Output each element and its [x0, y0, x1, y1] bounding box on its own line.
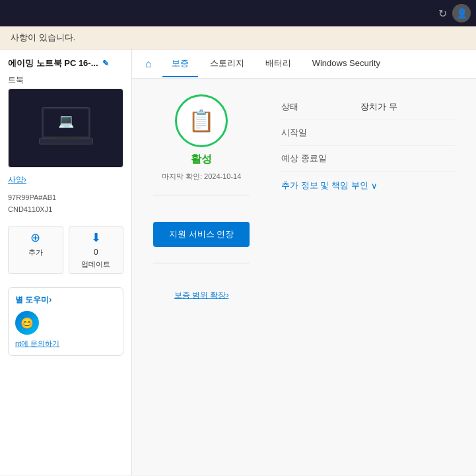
edit-icon[interactable]: ✎ — [102, 59, 109, 68]
update-count: 0 — [94, 248, 98, 257]
tab-bar: ⌂ 보증 스토리지 배터리 Windows Security — [132, 50, 476, 79]
sidebar: 에이밍 노트북 PC 16-... ✎ 트북 💻 사양› 97R99PA#AB1… — [0, 50, 132, 475]
add-button[interactable]: ⊕ 추가 — [8, 226, 63, 274]
warranty-panel: 📋 활성 마지막 확인: 2024-10-14 지원 서비스 연장 보증 범위 … — [132, 79, 476, 475]
helper-title-link[interactable]: 별 도우미› — [15, 294, 116, 306]
extend-service-button[interactable]: 지원 서비스 연장 — [153, 222, 250, 247]
additional-info-link[interactable]: 추가 정보 및 책임 부인 ∨ — [281, 172, 455, 199]
warranty-row-start: 시작일 — [281, 120, 455, 146]
content-area: ⌂ 보증 스토리지 배터리 Windows Security 📋 — [132, 50, 476, 475]
refresh-button[interactable]: ↻ — [438, 7, 447, 20]
warranty-document-icon: 📋 — [188, 108, 215, 133]
warranty-right: 상태 장치가 무 시작일 예상 종료일 추가 정보 및 책임 부인 ∨ — [281, 94, 455, 199]
device-info: 97R99PA#AB1 CND4110XJ1 — [0, 189, 131, 218]
device-image: 💻 — [8, 88, 123, 168]
start-date-label: 시작일 — [281, 127, 360, 139]
tab-storage[interactable]: 스토리지 — [201, 51, 254, 77]
notice-text: 사항이 있습니다. — [11, 32, 75, 42]
warranty-active-label: 활성 — [191, 153, 212, 166]
device-serial: CND4110XJ1 — [8, 204, 123, 216]
svg-rect-3 — [54, 137, 78, 140]
warranty-card: 📋 활성 마지막 확인: 2024-10-14 지원 서비스 연장 보증 범위 … — [153, 94, 455, 301]
warranty-row-end: 예상 종료일 — [281, 146, 455, 172]
notice-bar: 사항이 있습니다. — [0, 26, 476, 50]
helper-avatar: 😊 — [15, 311, 39, 335]
user-icon: 👤 — [456, 8, 467, 18]
home-icon-button[interactable]: ⌂ — [143, 55, 154, 73]
tab-windows-security[interactable]: Windows Security — [303, 51, 390, 76]
tab-warranty[interactable]: 보증 — [162, 51, 198, 77]
device-id: 97R99PA#AB1 — [8, 192, 123, 204]
update-label: 업데이트 — [81, 259, 110, 269]
action-buttons: ⊕ 추가 ⬇ 0 업데이트 — [0, 218, 131, 282]
top-bar: ↻ 👤 — [0, 0, 476, 26]
update-button[interactable]: ⬇ 0 업데이트 — [69, 226, 124, 274]
warranty-expand-link[interactable]: 보증 범위 확장› — [174, 290, 229, 301]
warranty-left: 📋 활성 마지막 확인: 2024-10-14 지원 서비스 연장 보증 범위 … — [153, 94, 250, 301]
device-subtitle: 트북 — [0, 75, 131, 86]
status-value: 장치가 무 — [360, 101, 397, 113]
device-title: 에이밍 노트북 PC 16-... ✎ — [0, 57, 131, 75]
main-layout: 에이밍 노트북 PC 16-... ✎ 트북 💻 사양› 97R99PA#AB1… — [0, 50, 476, 475]
user-avatar-button[interactable]: 👤 — [452, 4, 471, 22]
chevron-down-icon: ∨ — [371, 181, 378, 191]
device-specs-link[interactable]: 사양› — [0, 170, 131, 189]
helper-section: 별 도우미› 😊 nt에 문의하기 — [8, 287, 123, 356]
download-icon: ⬇ — [91, 230, 101, 245]
helper-contact-link[interactable]: nt에 문의하기 — [15, 339, 116, 349]
warranty-row-status: 상태 장치가 무 — [281, 94, 455, 120]
end-date-label: 예상 종료일 — [281, 153, 360, 164]
add-icon: ⊕ — [30, 230, 40, 245]
tab-battery[interactable]: 배터리 — [256, 51, 300, 77]
add-label: 추가 — [28, 248, 43, 257]
device-name-text: 에이밍 노트북 PC 16-... — [8, 57, 98, 69]
status-label: 상태 — [281, 101, 360, 113]
svg-text:💻: 💻 — [57, 113, 74, 129]
laptop-svg: 💻 — [36, 102, 96, 154]
warranty-last-checked: 마지막 확인: 2024-10-14 — [162, 172, 241, 182]
warranty-status-icon: 📋 — [175, 94, 228, 147]
